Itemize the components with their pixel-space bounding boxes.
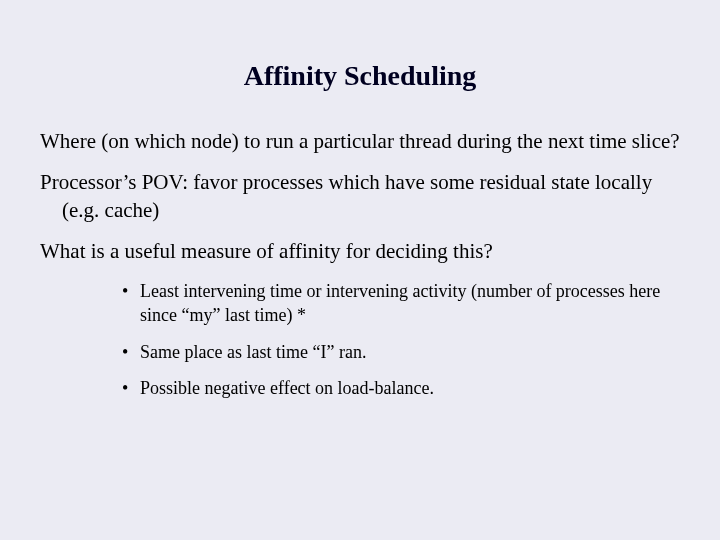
- bullet-list: Least intervening time or intervening ac…: [40, 279, 680, 400]
- paragraph-3: What is a useful measure of affinity for…: [40, 238, 680, 265]
- slide-title: Affinity Scheduling: [40, 60, 680, 92]
- bullet-item-1: Least intervening time or intervening ac…: [122, 279, 680, 328]
- slide: Affinity Scheduling Where (on which node…: [0, 0, 720, 540]
- bullet-item-3: Possible negative effect on load-balance…: [122, 376, 680, 400]
- bullet-item-2: Same place as last time “I” ran.: [122, 340, 680, 364]
- paragraph-2: Processor’s POV: favor processes which h…: [40, 169, 680, 224]
- paragraph-1: Where (on which node) to run a particula…: [40, 128, 680, 155]
